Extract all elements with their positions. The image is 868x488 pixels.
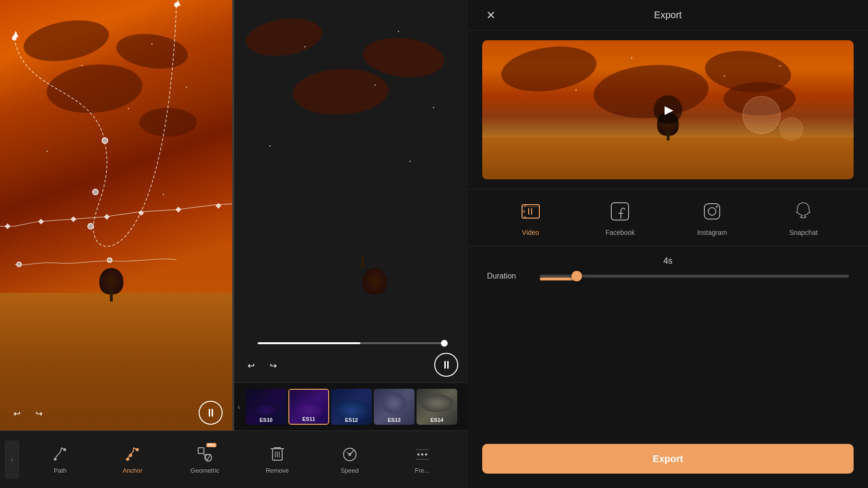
particle — [724, 75, 725, 77]
film-item-es11[interactable]: ES11 — [288, 389, 329, 425]
video-icon — [520, 201, 541, 222]
export-close-button[interactable]: ✕ — [482, 7, 499, 24]
film-label-es14: ES14 — [416, 417, 457, 423]
undo-button[interactable]: ↩ — [10, 407, 24, 421]
video-share-label: Video — [522, 229, 539, 236]
right-undo-button[interactable]: ↩ — [244, 359, 258, 373]
path-label: Path — [54, 467, 67, 474]
film-item-es12[interactable]: ES12 — [331, 389, 372, 425]
right-video-background — [234, 0, 468, 383]
particle — [433, 107, 434, 108]
toolbar-item-remove[interactable]: Remove — [261, 445, 294, 474]
film-item-es13[interactable]: ES13 — [374, 389, 415, 425]
pane-divider — [232, 0, 234, 430]
particle — [304, 46, 306, 47]
toolbar-item-path[interactable]: Path — [43, 445, 77, 474]
facebook-share-icon — [607, 199, 632, 224]
free-label: Fre... — [415, 467, 429, 474]
left-controls: ↩ ↪ — [10, 407, 46, 421]
remove-icon-wrap — [268, 445, 287, 464]
film-item-es14[interactable]: ES14 — [416, 389, 457, 425]
filmstrip-scroll-left[interactable]: ‹ — [234, 383, 244, 430]
right-redo-button[interactable]: ↪ — [266, 359, 280, 373]
toolbar-scroll-left[interactable]: ‹ — [5, 441, 19, 479]
particle — [374, 84, 376, 86]
svg-point-3 — [126, 458, 129, 461]
anchor-icon — [124, 446, 141, 463]
cloud-r1 — [244, 14, 325, 60]
tree-canopy-r — [363, 268, 387, 294]
cloud-r2 — [291, 66, 390, 116]
share-item-video[interactable]: Video — [518, 199, 543, 236]
free-icon-wrap — [413, 445, 432, 464]
geometric-icon — [196, 446, 214, 463]
left-pause-button[interactable] — [199, 401, 223, 425]
film-label-es10: ES10 — [246, 417, 286, 423]
duration-row: Duration — [487, 272, 849, 280]
film-item-es10[interactable]: ES10 — [246, 389, 286, 425]
tree-trunk-r — [361, 256, 364, 268]
svg-point-14 — [417, 453, 419, 456]
toolbar-items: Path Anchor PRO — [19, 445, 463, 474]
remove-icon — [269, 446, 286, 463]
particle — [163, 194, 164, 195]
video-share-icon — [518, 199, 543, 224]
progress-bar-fill — [258, 342, 360, 344]
preview-play-button[interactable]: ▶ — [654, 95, 682, 124]
instagram-icon — [702, 201, 723, 222]
preview-cloud-1 — [498, 41, 599, 97]
tree-left — [99, 268, 123, 302]
duration-slider-handle[interactable] — [571, 271, 582, 281]
duration-slider[interactable] — [540, 275, 849, 278]
svg-point-1 — [63, 448, 66, 451]
right-editor-video: ↩ ↪ — [234, 0, 468, 383]
export-button-area: Export — [468, 444, 868, 488]
speed-label: Speed — [341, 467, 359, 474]
left-pause-btn-wrap — [199, 401, 223, 425]
svg-rect-19 — [611, 203, 629, 220]
snapchat-share-icon — [791, 199, 816, 224]
preview-cloud-2 — [592, 61, 711, 122]
redo-button[interactable]: ↪ — [32, 407, 46, 421]
toolbar-item-anchor[interactable]: Anchor — [116, 445, 149, 474]
right-controls-left: ↩ ↪ — [244, 359, 280, 373]
right-pause-button[interactable] — [434, 353, 458, 377]
play-icon: ▶ — [665, 103, 673, 116]
facebook-share-label: Facebook — [606, 229, 635, 236]
bokeh-2 — [779, 117, 803, 141]
export-button[interactable]: Export — [482, 444, 854, 474]
share-options-row: Video Facebook — [468, 189, 868, 246]
particle — [186, 86, 187, 88]
tree-trunk — [110, 290, 113, 302]
anchor-icon-wrap — [123, 445, 142, 464]
duration-section: 4s Duration — [468, 246, 868, 290]
svg-point-2 — [129, 454, 132, 457]
particle — [151, 43, 153, 45]
particle — [409, 161, 411, 162]
duration-label: Duration — [487, 272, 530, 280]
pro-badge: PRO — [206, 443, 216, 447]
svg-point-4 — [136, 448, 139, 451]
close-icon: ✕ — [486, 9, 496, 22]
geometric-label: Geometric — [190, 467, 219, 474]
toolbar-item-geometric[interactable]: PRO Geometric — [188, 445, 222, 474]
instagram-share-icon — [700, 199, 725, 224]
film-label-es12: ES12 — [331, 417, 372, 423]
share-item-instagram[interactable]: Instagram — [697, 199, 727, 236]
svg-point-16 — [425, 453, 427, 456]
preview-trunk — [666, 131, 669, 140]
share-item-facebook[interactable]: Facebook — [606, 199, 635, 236]
snapchat-share-label: Snapchat — [789, 229, 818, 236]
share-item-snapchat[interactable]: Snapchat — [789, 199, 818, 236]
duration-value: 4s — [487, 256, 849, 266]
left-video-background — [0, 0, 232, 430]
toolbar-item-free[interactable]: Fre... — [405, 445, 439, 474]
particle — [631, 57, 632, 58]
svg-point-21 — [708, 208, 716, 215]
path-icon — [51, 446, 69, 463]
progress-bar-container[interactable] — [258, 342, 445, 344]
toolbar-item-speed[interactable]: Speed — [333, 445, 367, 474]
speed-icon-wrap — [340, 445, 359, 464]
export-panel: ✕ Export ▶ — [468, 0, 868, 488]
left-video-pane: ↩ ↪ — [0, 0, 232, 430]
